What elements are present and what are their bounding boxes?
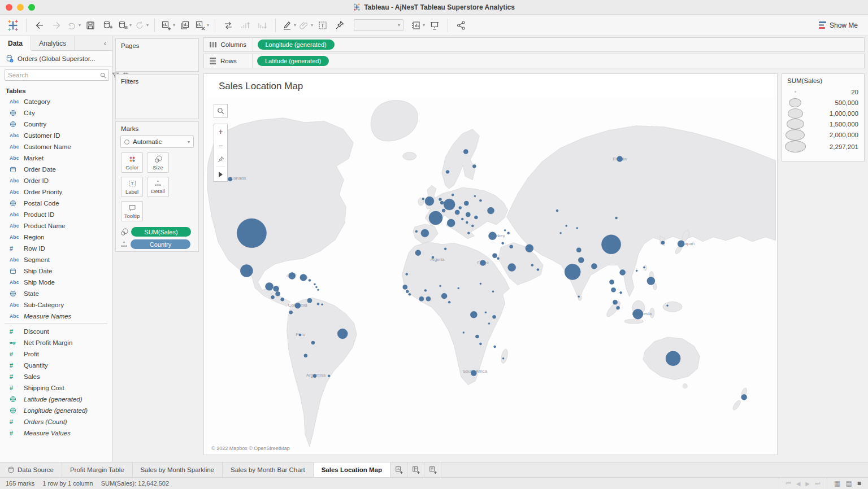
tab-sales-by-month-bar-chart[interactable]: Sales by Month Bar Chart	[223, 462, 314, 477]
show-me-button[interactable]: Show Me	[819, 21, 862, 29]
highlight-icon[interactable]: ▾	[281, 18, 296, 33]
sales-bubble[interactable]	[502, 242, 504, 244]
sales-bubble[interactable]	[474, 195, 476, 197]
sales-bubble[interactable]	[421, 229, 429, 237]
fit-icon[interactable]: ▾	[410, 18, 425, 33]
new-worksheet-tab-icon[interactable]	[390, 462, 407, 477]
sales-bubble[interactable]	[313, 374, 316, 378]
sales-bubble[interactable]	[493, 315, 496, 318]
sales-bubble[interactable]	[440, 201, 444, 204]
sales-bubble[interactable]	[531, 264, 533, 267]
sales-bubble[interactable]	[426, 296, 431, 301]
sales-bubble[interactable]	[461, 218, 463, 220]
sales-bubble[interactable]	[466, 212, 470, 217]
sales-bubble[interactable]	[271, 295, 275, 299]
sales-bubble[interactable]	[494, 346, 496, 348]
sales-bubble[interactable]	[493, 254, 497, 258]
sales-bubble[interactable]	[441, 293, 447, 299]
map-pin-button[interactable]	[214, 152, 227, 167]
field-customer-id[interactable]: AbcCustomer ID	[0, 130, 112, 141]
field-order-date[interactable]: Order Date	[0, 164, 112, 175]
new-worksheet-icon[interactable]: ▾	[160, 18, 175, 33]
pill-country[interactable]: Country	[131, 239, 190, 249]
sales-bubble[interactable]	[406, 290, 409, 293]
sales-bubble[interactable]	[300, 274, 307, 281]
sales-bubble[interactable]	[424, 289, 427, 291]
sales-bubble[interactable]	[463, 332, 465, 334]
sales-bubble[interactable]	[497, 257, 500, 260]
columns-shelf[interactable]: Columns Longitude (generated)	[203, 37, 865, 52]
sales-bubble[interactable]	[409, 293, 411, 295]
sales-bubble[interactable]	[556, 209, 558, 212]
field-city[interactable]: City	[0, 107, 112, 119]
sales-bubble[interactable]	[741, 394, 747, 400]
sales-bubble[interactable]	[415, 230, 418, 233]
sales-bubble[interactable]	[488, 232, 496, 240]
sales-bubble[interactable]	[415, 250, 421, 256]
sales-bubble[interactable]	[610, 280, 614, 284]
close-window-button[interactable]	[6, 4, 12, 11]
sales-bubble[interactable]	[633, 309, 643, 319]
sales-bubble[interactable]	[466, 221, 468, 224]
sales-bubble[interactable]	[601, 235, 620, 254]
sales-bubble[interactable]	[471, 370, 476, 376]
field-sub-category[interactable]: AbcSub-Category	[0, 299, 112, 311]
sales-bubble[interactable]	[613, 300, 618, 304]
data-source-item[interactable]: Orders (Global Superstor...	[0, 51, 112, 67]
sales-bubble[interactable]	[314, 283, 315, 285]
sales-bubble[interactable]	[617, 306, 620, 309]
sales-bubble[interactable]	[228, 177, 232, 181]
mark-type-dropdown[interactable]: Automatic ▾	[120, 136, 194, 148]
tab-data[interactable]: Data	[0, 36, 31, 51]
sales-bubble[interactable]	[485, 312, 487, 313]
sales-bubble[interactable]	[439, 198, 442, 201]
sales-bubble[interactable]	[307, 298, 312, 303]
sales-bubble[interactable]	[480, 260, 485, 266]
pill-sum-sales[interactable]: SUM(Sales)	[131, 227, 191, 237]
sales-bubble[interactable]	[576, 248, 581, 252]
sales-bubble[interactable]	[537, 269, 539, 271]
pages-shelf[interactable]: Pages	[115, 38, 199, 72]
sales-bubble[interactable]	[447, 219, 455, 227]
show-sheet-sorter-icon[interactable]: ▦	[834, 479, 840, 487]
field-product-id[interactable]: AbcProduct ID	[0, 209, 112, 220]
zoom-in-button[interactable]: +	[214, 124, 227, 138]
show-filmstrip-icon[interactable]: ▤	[845, 479, 852, 487]
sales-bubble[interactable]	[276, 291, 280, 296]
new-data-source-icon[interactable]	[100, 18, 115, 33]
field-segment[interactable]: AbcSegment	[0, 254, 112, 265]
field-market[interactable]: AbcMarket	[0, 152, 112, 164]
sales-bubble[interactable]	[560, 232, 562, 234]
forward-icon[interactable]	[49, 18, 64, 33]
sales-bubble[interactable]	[240, 265, 253, 277]
sales-bubble[interactable]	[666, 351, 680, 366]
sales-bubble[interactable]	[315, 286, 317, 288]
sort-ascending-icon[interactable]	[238, 18, 253, 33]
field-net-profit-margin[interactable]: =#Net Profit Margin	[0, 337, 112, 348]
field-measure-names[interactable]: AbcMeasure Names	[0, 311, 112, 322]
sales-bubble[interactable]	[661, 241, 665, 244]
tab-profit-margin-table[interactable]: Profit Margin Table	[62, 462, 133, 477]
tab-data-source[interactable]: Data Source	[0, 462, 62, 477]
back-icon[interactable]	[32, 18, 47, 33]
sales-bubble[interactable]	[615, 217, 618, 219]
sales-bubble[interactable]	[576, 227, 578, 229]
rows-shelf[interactable]: Rows Latitude (generated)	[203, 54, 865, 68]
sales-bubble[interactable]	[444, 248, 446, 250]
sales-bubble[interactable]	[237, 219, 266, 248]
maximize-window-button[interactable]	[28, 4, 35, 11]
sales-bubble[interactable]	[289, 273, 296, 280]
new-dashboard-tab-icon[interactable]	[407, 462, 424, 477]
field-product-name[interactable]: AbcProduct Name	[0, 220, 112, 232]
field-ship-mode[interactable]: AbcShip Mode	[0, 277, 112, 288]
field-category[interactable]: AbcCategory	[0, 96, 112, 107]
sales-bubble[interactable]	[317, 289, 319, 291]
sales-bubble[interactable]	[281, 298, 284, 301]
tab-sales-by-month-sparkline[interactable]: Sales by Month Sparkline	[133, 462, 223, 477]
pause-auto-updates-icon[interactable]: ▾	[117, 18, 132, 33]
pill-latitude-generated[interactable]: Latitude (generated)	[257, 56, 329, 66]
field-orders-count[interactable]: #Orders (Count)	[0, 416, 112, 427]
map-viewport[interactable]: CanadaRussiaJapanTurkeyEgyptAlgeriaColom…	[207, 97, 776, 453]
sales-bubble[interactable]	[472, 164, 476, 168]
next-page-icon[interactable]: ▶	[805, 481, 810, 487]
